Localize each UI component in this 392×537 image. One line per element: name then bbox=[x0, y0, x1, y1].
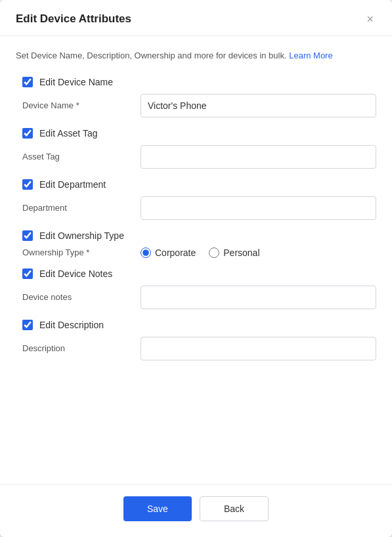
device-notes-label: Device notes bbox=[22, 292, 141, 302]
edit-ownership-type-checkbox[interactable] bbox=[22, 230, 33, 241]
edit-asset-tag-row: Edit Asset Tag bbox=[16, 128, 376, 139]
ownership-type-radio-group: Corporate Personal bbox=[141, 247, 376, 258]
edit-asset-tag-section: Edit Asset Tag Asset Tag bbox=[16, 128, 376, 169]
personal-radio[interactable] bbox=[209, 247, 219, 258]
save-button[interactable]: Save bbox=[123, 496, 192, 521]
department-input[interactable] bbox=[141, 196, 376, 220]
edit-department-label[interactable]: Edit Department bbox=[39, 179, 106, 190]
modal-body: Set Device Name, Description, Ownership … bbox=[0, 36, 392, 484]
modal-title: Edit Device Attributes bbox=[16, 12, 131, 26]
edit-description-section: Edit Description Description bbox=[16, 320, 376, 360]
edit-device-notes-checkbox[interactable] bbox=[22, 268, 33, 279]
department-field-row: Department bbox=[16, 196, 376, 220]
corporate-radio[interactable] bbox=[141, 247, 151, 258]
modal-footer: Save Back bbox=[0, 484, 392, 537]
edit-department-checkbox[interactable] bbox=[22, 179, 33, 190]
edit-device-notes-label[interactable]: Edit Device Notes bbox=[39, 268, 112, 279]
description-label: Description bbox=[22, 343, 141, 353]
device-notes-field-row: Device notes bbox=[16, 286, 376, 309]
edit-device-name-checkbox[interactable] bbox=[22, 77, 33, 87]
asset-tag-field-row: Asset Tag bbox=[16, 145, 376, 169]
department-label: Department bbox=[22, 203, 141, 213]
description-input[interactable] bbox=[141, 337, 376, 360]
edit-device-name-section: Edit Device Name Device Name * bbox=[16, 77, 376, 118]
edit-ownership-type-section: Edit Ownership Type Ownership Type * Cor… bbox=[16, 230, 376, 258]
modal-container: Edit Device Attributes × Set Device Name… bbox=[0, 0, 392, 537]
asset-tag-input[interactable] bbox=[141, 145, 376, 169]
edit-device-name-label[interactable]: Edit Device Name bbox=[39, 77, 113, 87]
corporate-radio-label: Corporate bbox=[155, 247, 196, 258]
back-button[interactable]: Back bbox=[200, 496, 269, 521]
edit-asset-tag-checkbox[interactable] bbox=[22, 128, 33, 139]
edit-device-name-row: Edit Device Name bbox=[16, 77, 376, 87]
device-notes-input[interactable] bbox=[141, 286, 376, 309]
edit-description-label[interactable]: Edit Description bbox=[39, 320, 104, 330]
edit-asset-tag-label[interactable]: Edit Asset Tag bbox=[39, 128, 97, 139]
info-text: Set Device Name, Description, Ownership … bbox=[16, 49, 376, 62]
edit-department-row: Edit Department bbox=[16, 179, 376, 190]
edit-device-notes-row: Edit Device Notes bbox=[16, 268, 376, 279]
close-button[interactable]: × bbox=[364, 12, 376, 26]
edit-ownership-type-row: Edit Ownership Type bbox=[16, 230, 376, 241]
asset-tag-label: Asset Tag bbox=[22, 152, 141, 161]
edit-ownership-type-label[interactable]: Edit Ownership Type bbox=[39, 230, 124, 241]
ownership-type-label: Ownership Type * bbox=[22, 247, 141, 257]
device-name-input[interactable] bbox=[141, 94, 376, 118]
device-name-field-row: Device Name * bbox=[16, 94, 376, 118]
edit-device-notes-section: Edit Device Notes Device notes bbox=[16, 268, 376, 309]
edit-description-checkbox[interactable] bbox=[22, 320, 33, 330]
corporate-radio-option[interactable]: Corporate bbox=[141, 247, 196, 258]
edit-department-section: Edit Department Department bbox=[16, 179, 376, 220]
personal-radio-label: Personal bbox=[223, 247, 259, 258]
ownership-type-field-row: Ownership Type * Corporate Personal bbox=[16, 247, 376, 258]
info-text-content: Set Device Name, Description, Ownership … bbox=[16, 51, 287, 60]
description-field-row: Description bbox=[16, 337, 376, 360]
modal-header: Edit Device Attributes × bbox=[0, 0, 392, 36]
device-name-label: Device Name * bbox=[22, 100, 141, 110]
personal-radio-option[interactable]: Personal bbox=[209, 247, 259, 258]
edit-description-row: Edit Description bbox=[16, 320, 376, 330]
learn-more-link[interactable]: Learn More bbox=[289, 51, 332, 60]
